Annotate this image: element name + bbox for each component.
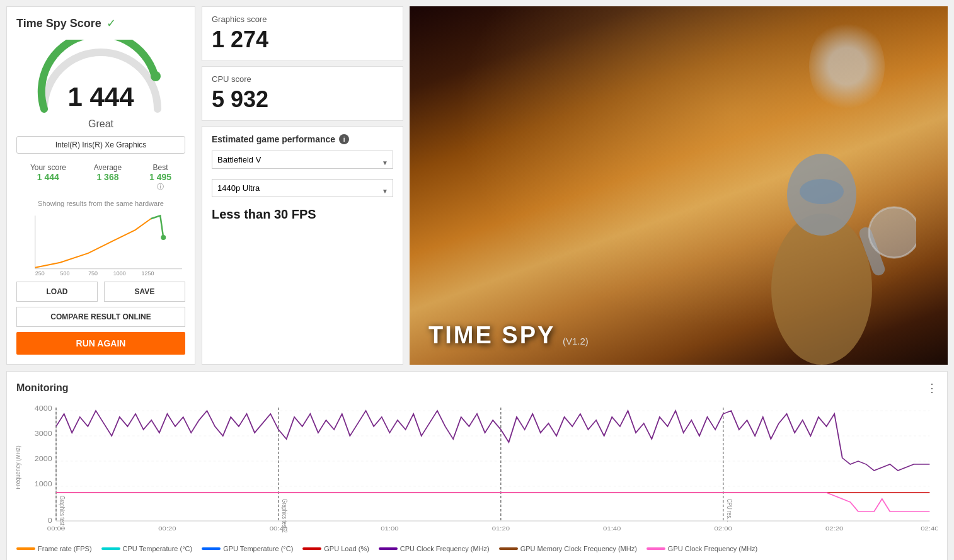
svg-text:01:40: 01:40 [603,525,621,532]
svg-point-11 [800,179,844,204]
legend-gpu-temp: GPU Temperature (°C) [202,545,293,552]
your-score-col: Your score 1 444 [30,163,66,191]
run-again-button[interactable]: RUN AGAIN [16,332,185,355]
cpu-score-label: CPU score [212,74,393,84]
gpu-load-color-swatch [302,547,321,550]
svg-text:00:20: 00:20 [158,525,176,532]
svg-text:01:20: 01:20 [492,525,510,532]
your-score-label: Your score [30,163,66,172]
gpu-mem-clock-color-swatch [499,547,518,550]
check-icon: ✓ [106,16,116,30]
legend-gpu-clock: GPU Clock Frequency (MHz) [647,545,757,552]
gpu-load-legend-label: GPU Load (%) [324,545,369,552]
monitoring-chart-svg: 4000 3000 2000 1000 0 Frequency (MHz) 00… [16,401,938,540]
svg-text:4000: 4000 [35,405,52,412]
timespy-logo-area: TIME SPY (V1.2) [428,322,589,349]
left-panel: Time Spy Score ✓ 1 444 Great Intel(R) Ir… [6,6,195,365]
svg-text:2000: 2000 [35,455,52,462]
graphics-score-label: Graphics score [212,14,393,24]
gauge-label: Great [88,118,113,130]
monitoring-title: Monitoring [16,382,69,394]
cpu-clock-color-swatch [379,547,398,550]
cpu-temp-color-swatch [101,547,120,550]
perf-header: Estimated game performance i [212,134,393,144]
svg-text:250: 250 [35,270,45,275]
monitoring-header: Monitoring ⋮ [16,381,938,395]
time-spy-header: Time Spy Score ✓ [16,16,185,30]
middle-panel: Graphics score 1 274 CPU score 5 932 Est… [202,6,403,365]
svg-point-9 [771,214,872,365]
info-icon: i [339,134,349,144]
svg-text:02:00: 02:00 [715,525,733,532]
best-score-value: 1 495 [149,172,171,182]
svg-point-0 [151,71,161,81]
resolution-select-wrapper[interactable]: 1440p Ultra [212,179,393,202]
avg-score-col: Average 1 368 [94,163,122,191]
mini-chart: 250 500 750 1000 1250 [16,212,185,275]
mini-chart-svg: 250 500 750 1000 1250 [16,212,185,275]
svg-text:3000: 3000 [35,430,52,437]
timespy-image-panel: TIME SPY (V1.2) [410,6,948,365]
fps-color-swatch [16,547,35,550]
game-select-wrapper[interactable]: Battlefield V [212,151,393,174]
cpu-score-value: 5 932 [212,86,393,113]
score-comparison: Your score 1 444 Average 1 368 Best 1 49… [16,163,185,191]
hardware-label: Intel(R) Iris(R) Xe Graphics [16,136,185,154]
legend-cpu-clock: CPU Clock Frequency (MHz) [379,545,490,552]
best-score-label: Best [153,163,168,172]
graphics-score-value: 1 274 [212,26,393,53]
svg-text:0: 0 [48,517,52,524]
load-button[interactable]: LOAD [16,282,98,302]
gpu-clock-color-swatch [647,547,665,550]
fps-legend-label: Frame rate (FPS) [38,545,92,552]
gpu-clock-legend-label: GPU Clock Frequency (MHz) [668,545,757,552]
legend-row: Frame rate (FPS) CPU Temperature (°C) GP… [16,545,938,552]
svg-text:02:20: 02:20 [825,525,844,532]
gauge-score: 1 444 [67,82,134,112]
best-score-info: ⓘ [157,182,164,191]
legend-gpu-load: GPU Load (%) [302,545,369,552]
cpu-temp-legend-label: CPU Temperature (°C) [123,545,193,552]
cpu-clock-legend-label: CPU Clock Frequency (MHz) [400,545,490,552]
avg-score-label: Average [94,163,122,172]
avg-score-value: 1 368 [96,172,118,182]
compare-button[interactable]: COMPARE RESULT ONLINE [16,307,185,327]
svg-text:02:40: 02:40 [921,525,938,532]
best-score-col: Best 1 495 ⓘ [149,163,171,191]
svg-text:750: 750 [88,270,98,275]
resolution-select[interactable]: 1440p Ultra [212,179,393,197]
svg-text:500: 500 [60,270,69,275]
legend-cpu-temp: CPU Temperature (°C) [101,545,193,552]
monitoring-chart: 4000 3000 2000 1000 0 Frequency (MHz) 00… [16,401,938,540]
perf-title: Estimated game performance [212,134,335,144]
svg-text:1250: 1250 [142,270,154,275]
game-select[interactable]: Battlefield V [212,151,393,169]
timespy-logo-text: TIME SPY [428,322,555,348]
gauge-container: 1 444 [32,40,170,115]
svg-text:1000: 1000 [35,481,52,488]
time-spy-title: Time Spy Score [16,17,101,30]
save-button[interactable]: SAVE [104,282,185,302]
monitoring-menu-icon[interactable]: ⋮ [926,381,938,395]
gpu-mem-clock-legend-label: GPU Memory Clock Frequency (MHz) [520,545,637,552]
svg-text:Frequency (MHz): Frequency (MHz) [16,445,22,489]
cpu-score-box: CPU score 5 932 [202,66,403,121]
legend-fps: Frame rate (FPS) [16,545,92,552]
svg-point-8 [161,235,166,240]
timespy-logo-version: (V1.2) [563,336,589,346]
svg-text:CPU res...: CPU res... [726,499,733,522]
gpu-temp-legend-label: GPU Temperature (°C) [223,545,293,552]
svg-text:1000: 1000 [113,270,126,275]
perf-box: Estimated game performance i Battlefield… [202,126,403,365]
your-score-value: 1 444 [37,172,59,182]
svg-point-13 [869,207,916,258]
fps-result: Less than 30 FPS [212,207,393,222]
monitoring-section: Monitoring ⋮ 4000 3000 2000 1000 0 Frequ… [6,371,948,560]
gpu-temp-color-swatch [202,547,221,550]
legend-gpu-mem-clock: GPU Memory Clock Frequency (MHz) [499,545,637,552]
graphics-score-box: Graphics score 1 274 [202,6,403,61]
svg-text:Graphics test 2: Graphics test 2 [281,499,288,533]
svg-text:Graphics test 1: Graphics test 1 [59,496,66,530]
robot-figure [727,132,916,365]
btn-row: LOAD SAVE [16,282,185,302]
